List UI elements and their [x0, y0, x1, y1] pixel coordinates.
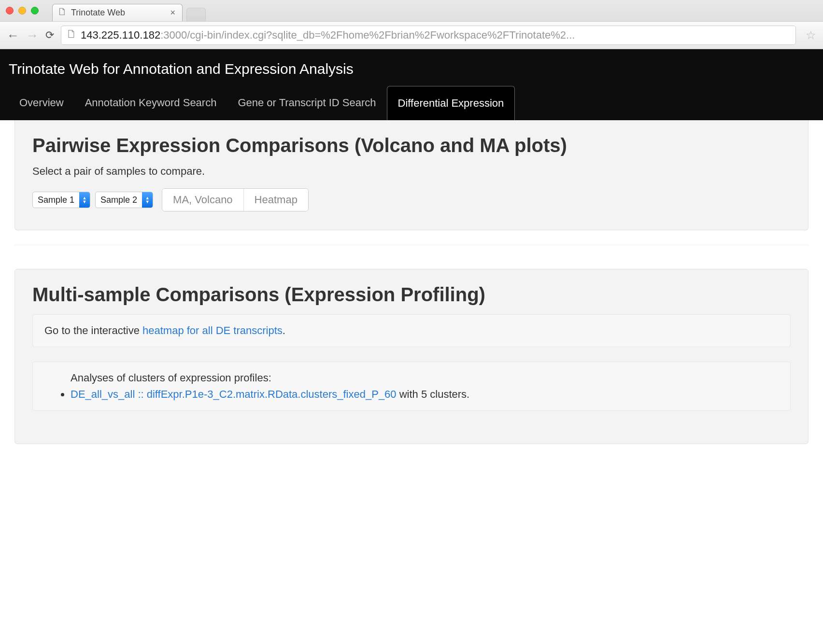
reload-button[interactable]: ⟳ [45, 30, 54, 41]
app-title: Trinotate Web for Annotation and Express… [0, 49, 823, 86]
browser-tab[interactable]: Trinotate Web × [52, 4, 183, 21]
heatmap-button[interactable]: Heatmap [243, 189, 308, 211]
back-button[interactable]: ← [7, 29, 19, 42]
pairwise-heading: Pairwise Expression Comparisons (Volcano… [32, 135, 791, 156]
tab-title: Trinotate Web [71, 8, 125, 18]
pairwise-subtext: Select a pair of samples to compare. [32, 165, 791, 178]
forward-button[interactable]: → [26, 29, 39, 42]
app-header: Trinotate Web for Annotation and Express… [0, 49, 823, 120]
nav-id-search[interactable]: Gene or Transcript ID Search [227, 86, 386, 120]
sample1-select[interactable]: Sample 1 ▲▼ [32, 192, 90, 208]
nav-overview[interactable]: Overview [9, 86, 74, 120]
nav-keyword-search[interactable]: Annotation Keyword Search [74, 86, 227, 120]
clusters-title: Analyses of clusters of expression profi… [44, 372, 779, 384]
cluster-list: DE_all_vs_all :: diffExpr.P1e-3_C2.matri… [44, 388, 779, 401]
browser-chrome: Trinotate Web × ← → ⟳ 143.225.110.182:30… [0, 0, 823, 49]
pairwise-controls: Sample 1 ▲▼ Sample 2 ▲▼ MA, Volcano Heat… [32, 188, 791, 211]
app-nav: Overview Annotation Keyword Search Gene … [0, 86, 823, 120]
close-window-button[interactable] [6, 7, 14, 14]
sample1-label: Sample 1 [33, 195, 79, 205]
bookmark-star-icon[interactable]: ☆ [806, 28, 816, 42]
zoom-window-button[interactable] [31, 7, 39, 14]
url-text: 143.225.110.182:3000/cgi-bin/index.cgi?s… [81, 29, 575, 42]
new-tab-button[interactable] [186, 8, 206, 21]
ma-volcano-button[interactable]: MA, Volcano [162, 189, 243, 211]
heatmap-prefix: Go to the interactive [44, 324, 142, 336]
select-stepper-icon: ▲▼ [79, 192, 90, 208]
multisample-panel: Multi-sample Comparisons (Expression Pro… [14, 269, 809, 444]
tab-close-icon[interactable]: × [170, 8, 175, 18]
cluster-suffix: with 5 clusters. [397, 388, 470, 400]
browser-toolbar: ← → ⟳ 143.225.110.182:3000/cgi-bin/index… [0, 21, 823, 49]
tab-strip: Trinotate Web × [0, 0, 823, 21]
pairwise-panel: Pairwise Expression Comparisons (Volcano… [14, 120, 809, 230]
address-bar[interactable]: 143.225.110.182:3000/cgi-bin/index.cgi?s… [61, 26, 796, 45]
plot-type-buttons: MA, Volcano Heatmap [162, 188, 309, 211]
minimize-window-button[interactable] [18, 7, 26, 14]
multisample-heading: Multi-sample Comparisons (Expression Pro… [32, 284, 791, 306]
select-stepper-icon: ▲▼ [142, 192, 153, 208]
page-icon [66, 29, 76, 42]
sample2-label: Sample 2 [96, 195, 142, 205]
sample2-select[interactable]: Sample 2 ▲▼ [95, 192, 153, 208]
clusters-well: Analyses of clusters of expression profi… [32, 362, 791, 411]
heatmap-well: Go to the interactive heatmap for all DE… [32, 314, 791, 347]
nav-differential-expression[interactable]: Differential Expression [387, 86, 515, 120]
cluster-link[interactable]: DE_all_vs_all :: diffExpr.P1e-3_C2.matri… [71, 388, 397, 400]
heatmap-link[interactable]: heatmap for all DE transcripts [142, 324, 283, 336]
heatmap-suffix: . [283, 324, 285, 336]
window-controls [6, 7, 39, 14]
panel-divider [14, 245, 809, 269]
cluster-item: DE_all_vs_all :: diffExpr.P1e-3_C2.matri… [71, 388, 779, 401]
page-icon [57, 7, 66, 18]
